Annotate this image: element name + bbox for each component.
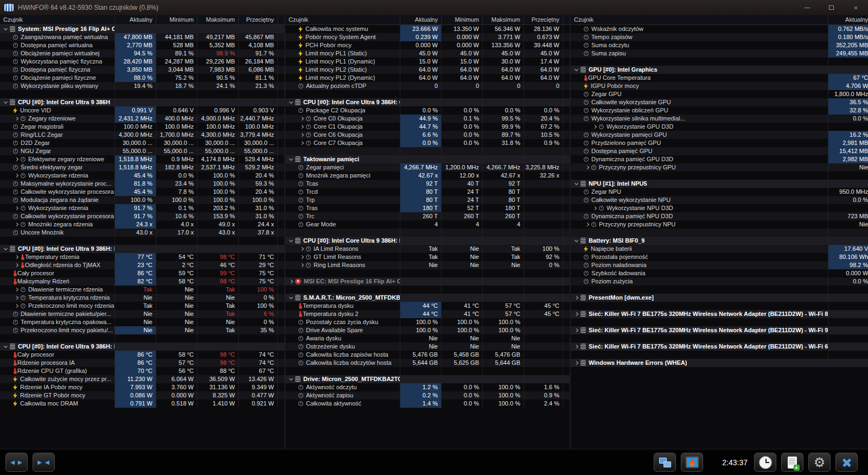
sensor-row[interactable]: Przekroczono limit mocy pakietu/...NieNi… [0,326,284,334]
chevron-down-icon[interactable] [573,180,580,188]
sensor-row[interactable]: Tras180 T52 T180 T [285,204,570,212]
section-row[interactable]: ×MSI EC: MSI Prestige 16 Flip AI+ C3MTG [285,277,570,286]
sensor-row[interactable]: Przyczyny przepustnicy GPUNieNieTak7 % [571,163,868,172]
sensor-row[interactable]: Rdzenie procesora IA86 °C57 °C98 °C74 °C [0,359,284,367]
sensor-row[interactable]: Dławienie termiczne rdzeniaTakNieTak100 … [0,286,284,294]
remote-monitoring-button[interactable] [654,453,676,472]
column-header-czujnik[interactable]: Czujnik [0,15,114,24]
sensor-row[interactable]: Limit mocy PL1 (Static)45.0 W45.0 W45.0 … [285,49,570,58]
section-row[interactable]: Drive: Micron_2500_MTFDKBA2T0QGN (252651… [285,375,570,383]
sensor-row[interactable]: Cały procesor86 °C58 °C98 °C74 °C [0,351,284,359]
sensor-row[interactable]: Dostępna pamięć wirtualna2,770 MB528 MB5… [0,41,284,49]
sensor-row[interactable]: Całkowite wykorzystanie GPU36.5 %0.0 %99… [571,98,868,106]
close-sensors-button[interactable] [835,453,858,472]
sensor-row[interactable]: Zegar pamięci4,266.7 MHz1,200.0 MHz4,266… [285,163,570,172]
sensor-row[interactable]: GPU Core Temperatura67 °C56 °C88 °C67 °C [571,74,868,82]
sensor-row[interactable]: Odległość rdzenia do TjMAX23 °C2 °C46 °C… [0,261,284,269]
sensor-row[interactable]: Średni efektywny zegar1,518.8 MHz182.8 M… [0,163,284,172]
minimize-button[interactable] [795,0,819,15]
sensor-row[interactable]: Cały procesor86 °C59 °C99 °C75 °C [0,269,284,277]
sensor-row[interactable]: Wykorzystanie pliku wymiany19.4 %18.7 %2… [0,82,284,90]
sensor-row[interactable]: Wykorzystanie silnika multimedial...0.0 … [571,115,868,123]
column-header-aktualny[interactable]: Aktualny [400,15,441,24]
chevron-right-icon[interactable] [573,310,580,318]
column-header-przecietny[interactable]: Przeciętny [238,15,277,24]
section-row[interactable]: PresentMon [dwm.exe] [571,294,868,302]
sensor-row[interactable]: Mnożniki zegara rdzenia24.3 x4.0 x49.0 x… [0,220,284,229]
sensor-row[interactable]: Zegar magistrali100.0 MHz100.0 MHz100.0 … [0,123,284,131]
sensor-row[interactable]: Dostępna pamięć fizyczna3,850 MB3,044 MB… [0,66,284,74]
chevron-down-icon[interactable] [288,98,295,106]
close-window-button[interactable]: × [844,0,868,15]
sensor-row[interactable]: Rdzenie CPU GT (grafika)70 °C56 °C88 °C6… [0,367,284,375]
settings-button[interactable]: ⚙ [808,453,831,472]
sensor-row[interactable]: Dostępna pamięć GPU15,412 MB15,102 MB16,… [571,147,868,155]
chevron-right-icon[interactable] [298,261,306,269]
sensor-row[interactable]: Ring Limit ReasonsNieNieNie0 % [285,261,570,269]
column-header-czujnik[interactable]: Czujnik [571,15,828,24]
section-row[interactable]: CPU [#0]: Intel Core Ultra 9 386H: Przyc… [285,237,570,245]
section-row[interactable]: NPU [#1]: Intel NPU5 [571,180,868,188]
sensor-row[interactable]: Całkowite wykorzystanie procesora91.7 %1… [0,212,284,220]
sensor-row[interactable]: Całkowita moc systemu23.666 W13.350 W56.… [285,25,570,33]
section-row[interactable]: Sieć: Killer Wi-Fi 7 BE1775s 320MHz Wire… [571,326,868,334]
sensor-row[interactable]: Aktualny poziom cTDP0000 [285,82,570,90]
column-header-aktualny[interactable]: Aktualny [828,15,868,24]
sensor-row[interactable]: Napięcie baterii17.640 V17.601 V17.690 V… [571,245,868,253]
sensor-row[interactable]: Wskaźnik odczytów0.762 MB/s0.000 MB/s427… [571,25,868,33]
chevron-right-icon[interactable] [298,123,306,131]
sensor-row[interactable]: D2D Zegar30,000.0 ...30,000.0 ...30,000.… [0,139,284,147]
sensor-row[interactable]: Przydzielono pamięć GPU2,981 MB2,206 MB3… [571,139,868,147]
sensor-row[interactable]: Zaangażowana pamięć wirtualna47,800 MB44… [0,33,284,41]
chevron-down-icon[interactable] [2,25,10,33]
sensor-row[interactable]: Całkowita aktywność1.4 %0.0 %100.0 %2.4 … [285,400,570,408]
sensor-row[interactable]: Uncore Mnożnik43.0 x17.0 x43.0 x37.8 x [0,229,284,237]
chevron-down-icon[interactable] [288,294,295,302]
column-header-maksimum[interactable]: Maksimum [482,15,524,24]
sensor-row[interactable]: Szybkość ładowania0.000 W0.000 W0.000 W0… [571,269,868,277]
sensor-row[interactable]: Maksymalny Rdzeń82 °C58 °C98 °C75 °C [0,277,284,286]
sensor-row[interactable]: Zegar GPU1,800.0 MHz700.0 MHz2,500.0 MHz… [571,90,868,98]
sensor-row[interactable]: Drive Available Spare100.0 %100.0 %100.0… [285,326,570,334]
chevron-right-icon[interactable] [13,253,21,261]
chevron-down-icon[interactable] [288,237,295,245]
maximize-button[interactable] [819,0,844,15]
sensor-row[interactable]: Poziom zużycia0.0 %0.0 %0.0 %0.0 % [571,277,868,286]
chevron-down-icon[interactable] [573,237,580,245]
chevron-right-icon[interactable] [298,115,306,123]
section-row[interactable]: CPU [#0]: Intel Core Ultra 9 386H: C-Sta… [285,98,570,106]
chevron-right-icon[interactable] [13,286,21,294]
sensor-row[interactable]: Core C1 Okupacja44.7 %0.0 %99.9 %67.2 % [285,123,570,131]
sensor-row[interactable]: Ring/LLC Zegar4,300.0 MHz1,700.0 MHz4,30… [0,131,284,139]
sensor-row[interactable]: Gear Mode444 [285,220,570,229]
sensor-row[interactable]: Dławienie termiczne pakietu/pier...NieNi… [0,310,284,318]
section-row[interactable]: Taktowanie pamięci [285,155,570,163]
chevron-right-icon[interactable] [573,294,580,302]
sensor-row[interactable]: Pobór mocy System Agent0.239 W0.000 W3.7… [285,33,570,41]
sensor-row[interactable]: Ostrzeżenie dyskuNieNieNie [285,343,570,351]
column-header-maksimum[interactable]: Maksimum [197,15,238,24]
sensor-row[interactable]: Awaria dyskuNieNieNie [285,334,570,343]
sensor-row[interactable]: Poziom naładowania98.2 %98.2 %98.4 %98.3… [571,261,868,269]
sensor-row[interactable]: Suma zapisu249,455 MB230,206 MB249,455 M… [571,49,868,58]
sensor-row[interactable]: Pozostały czas życia dysku100.0 %100.0 %… [285,318,570,326]
chevron-right-icon[interactable] [13,204,21,212]
chevron-right-icon[interactable] [298,245,306,253]
column-header-minimum[interactable]: Minimum [441,15,482,24]
sensor-row[interactable]: Mnożnik zegara pamięci42.67 x12.00 x42.6… [285,172,570,180]
sensor-row[interactable]: Całkowite wykorzystanie NPU0.0 %0.0 %0.0… [571,196,868,204]
sensor-row[interactable]: Wykorzystana pamięć fizyczna28,420 MB24,… [0,58,284,66]
section-row[interactable]: CPU [#0]: Intel Core Ultra 9 386H [0,98,284,106]
chevron-down-icon[interactable] [288,375,295,383]
sensor-row[interactable]: Temperatura krytyczna rdzeniaNieNieNie0 … [0,294,284,302]
sensor-row[interactable]: Tempo zapisów0.180 MB/s0.000 MB/s1,280.1… [571,33,868,41]
sensor-row[interactable]: Wykorzystanie rdzenia45.4 %0.0 %100.0 %2… [0,172,284,180]
sensor-row[interactable]: Wykorzystanie rdzenia91.7 %0.1 %203.2 %3… [0,204,284,212]
sensor-row[interactable]: Uncore VID0.991 V0.646 V0.996 V0.903 V [0,106,284,115]
chevron-right-icon[interactable] [13,294,21,302]
column-header-aktualny[interactable]: Aktualny [114,15,156,24]
sensor-row[interactable]: Rdzenie GT Pobór mocy0.086 W0.000 W8.325… [0,391,284,400]
sensor-row[interactable]: GT Limit ReasonsTakNieTak92 % [285,253,570,261]
report-button[interactable]: + [781,453,803,472]
cpu-stress-button[interactable] [681,453,703,472]
